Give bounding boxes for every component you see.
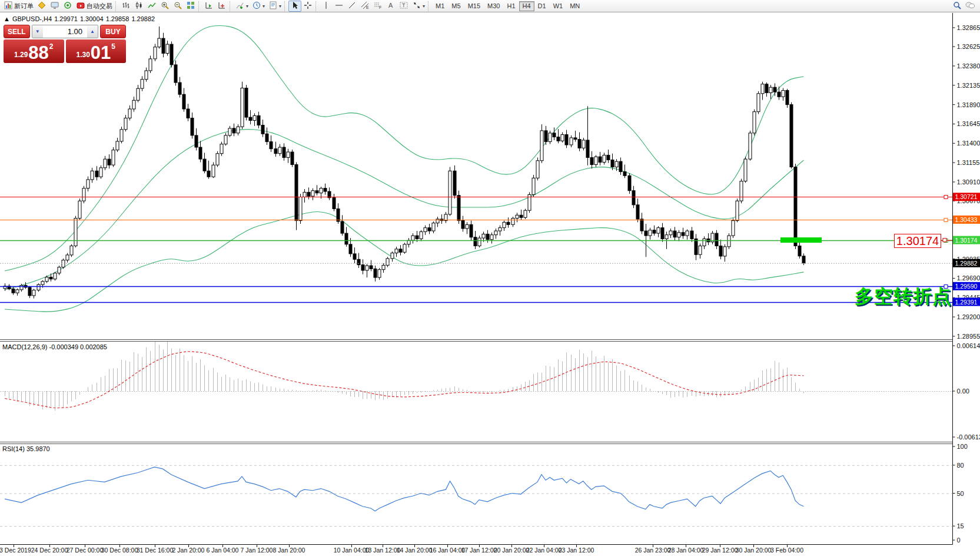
channel-button[interactable]: E xyxy=(358,1,371,12)
price-callout-box[interactable]: 1.30174 xyxy=(894,234,941,248)
candlestick-chart-icon xyxy=(134,1,144,11)
periods-dropdown[interactable]: ▾ xyxy=(250,1,267,12)
svg-text:27 Dec 00:00: 27 Dec 00:00 xyxy=(67,547,104,554)
close-value: 1.29882 xyxy=(131,15,155,22)
timeframe-button-M1[interactable]: M1 xyxy=(432,1,448,11)
search-icon xyxy=(952,1,962,11)
high-value: 1.30004 xyxy=(80,15,104,22)
sell-price-small: 1.29 xyxy=(14,51,28,59)
bar-chart-button[interactable] xyxy=(119,1,132,12)
fibonacci-button[interactable]: F xyxy=(371,1,384,12)
tile-windows-button[interactable] xyxy=(184,1,197,12)
vertical-line-button[interactable] xyxy=(320,1,333,12)
timeframe-button-H1[interactable]: H1 xyxy=(503,1,519,11)
timeframe-button-W1[interactable]: W1 xyxy=(550,1,567,11)
autotrading-button[interactable]: 自动交易 xyxy=(74,1,114,12)
svg-text:13 Jan 12:00: 13 Jan 12:00 xyxy=(365,547,401,554)
buy-price-sup: 5 xyxy=(111,42,115,51)
new-order-icon xyxy=(4,1,13,11)
svg-text:3 Feb 04:00: 3 Feb 04:00 xyxy=(770,547,803,554)
turning-point-annotation[interactable]: 多空转折点 xyxy=(855,284,955,310)
buy-price-big: 01 xyxy=(91,45,111,61)
line-chart-button[interactable] xyxy=(145,1,158,12)
svg-text:0: 0 xyxy=(957,537,961,544)
chart-canvas[interactable]: 1.328651.326251.323801.321351.318901.316… xyxy=(0,0,980,556)
label-button[interactable]: T xyxy=(397,1,410,12)
zoom-out-button[interactable] xyxy=(171,1,184,12)
svg-text:1.32865: 1.32865 xyxy=(957,24,980,31)
timeframe-button-MN[interactable]: MN xyxy=(566,1,583,11)
svg-text:1.30721: 1.30721 xyxy=(955,193,978,200)
sell-button[interactable]: SELL xyxy=(4,25,30,38)
rsi-name: RSI(14) xyxy=(2,445,25,452)
trendline-icon xyxy=(347,1,357,11)
svg-text:1.31400: 1.31400 xyxy=(957,140,980,147)
chevron-down-icon: ▾ xyxy=(423,4,425,9)
svg-text:24 Dec 20:00: 24 Dec 20:00 xyxy=(31,547,68,554)
autoscroll-icon xyxy=(204,1,214,11)
arrows-dropdown[interactable]: ▾ xyxy=(410,1,427,12)
terminal-button[interactable] xyxy=(48,1,61,12)
vertical-line-icon xyxy=(321,1,331,11)
timeframe-button-M30[interactable]: M30 xyxy=(484,1,503,11)
svg-text:50: 50 xyxy=(957,490,964,497)
volume-increase-button[interactable]: ▲ xyxy=(87,25,98,38)
svg-text:1.29391: 1.29391 xyxy=(955,299,978,306)
volume-value[interactable]: 1.00 xyxy=(43,25,87,38)
rsi-pane-label: RSI(14) 35.9870 xyxy=(2,445,50,452)
svg-text:A: A xyxy=(388,2,393,9)
cursor-button[interactable] xyxy=(288,1,301,12)
buy-button[interactable]: BUY xyxy=(100,25,126,38)
svg-text:2 Jan 20:00: 2 Jan 20:00 xyxy=(172,547,205,554)
buy-price-small: 1.30 xyxy=(76,51,89,59)
trendline-button[interactable] xyxy=(346,1,358,12)
new-order-button[interactable]: 新订单 xyxy=(2,1,35,12)
timeframe-button-M15[interactable]: M15 xyxy=(464,1,484,11)
timeframe-button-M5[interactable]: M5 xyxy=(448,1,464,11)
buy-price-panel[interactable]: 1.30 01 5 xyxy=(66,39,127,63)
svg-text:23 Jan 12:00: 23 Jan 12:00 xyxy=(559,547,594,554)
svg-text:15: 15 xyxy=(957,522,964,529)
horizontal-line-button[interactable] xyxy=(333,1,346,12)
terminal-icon xyxy=(50,1,59,11)
chat-button[interactable] xyxy=(964,1,976,12)
sell-price-panel[interactable]: 1.29 88 2 xyxy=(4,39,64,63)
toolbar-separator xyxy=(315,1,318,11)
chevron-down-icon: ▾ xyxy=(279,4,281,9)
timeframe-button-D1[interactable]: D1 xyxy=(534,1,550,11)
indicators-dropdown[interactable]: ▾ xyxy=(234,1,250,12)
search-button[interactable] xyxy=(951,1,964,12)
volume-decrease-button[interactable]: ▼ xyxy=(32,25,43,38)
collapse-arrow-icon[interactable]: ▲ xyxy=(4,15,10,22)
chevron-down-icon: ▾ xyxy=(263,4,265,9)
volume-stepper[interactable]: ▼ 1.00 ▲ xyxy=(32,25,98,38)
svg-text:30 Dec 08:00: 30 Dec 08:00 xyxy=(101,547,138,554)
text-button[interactable]: A xyxy=(384,1,397,12)
svg-text:23 Dec 2019: 23 Dec 2019 xyxy=(0,547,31,554)
svg-text:1.30174: 1.30174 xyxy=(955,237,978,244)
metaeditor-button[interactable] xyxy=(35,1,48,12)
zoom-in-button[interactable] xyxy=(158,1,171,12)
svg-text:1.30910: 1.30910 xyxy=(957,178,980,186)
svg-text:1.31645: 1.31645 xyxy=(957,120,980,127)
svg-text:17 Jan 12:00: 17 Jan 12:00 xyxy=(461,547,497,554)
strategy-tester-button[interactable] xyxy=(61,1,74,12)
horizontal-line-icon xyxy=(334,1,344,11)
templates-dropdown[interactable]: ▾ xyxy=(267,1,283,12)
toolbar-separator xyxy=(115,1,118,11)
candlestick-chart-button[interactable] xyxy=(132,1,145,12)
svg-text:28 Jan 04:00: 28 Jan 04:00 xyxy=(668,547,704,554)
open-value: 1.29971 xyxy=(54,15,78,22)
symbol-period: GBPUSD-,H4 xyxy=(12,15,52,22)
chart-shift-button[interactable] xyxy=(215,1,228,12)
svg-text:30 Jan 20:00: 30 Jan 20:00 xyxy=(736,547,772,554)
svg-text:26 Jan 23:00: 26 Jan 23:00 xyxy=(635,547,671,554)
svg-text:1.32625: 1.32625 xyxy=(957,43,980,50)
timeframe-button-H4[interactable]: H4 xyxy=(519,1,534,11)
svg-text:F: F xyxy=(379,5,381,9)
svg-text:6 Jan 04:00: 6 Jan 04:00 xyxy=(207,547,239,554)
zoom-out-icon xyxy=(173,1,182,11)
crosshair-button[interactable] xyxy=(301,1,314,12)
autoscroll-button[interactable] xyxy=(202,1,215,12)
svg-text:100: 100 xyxy=(957,443,968,450)
